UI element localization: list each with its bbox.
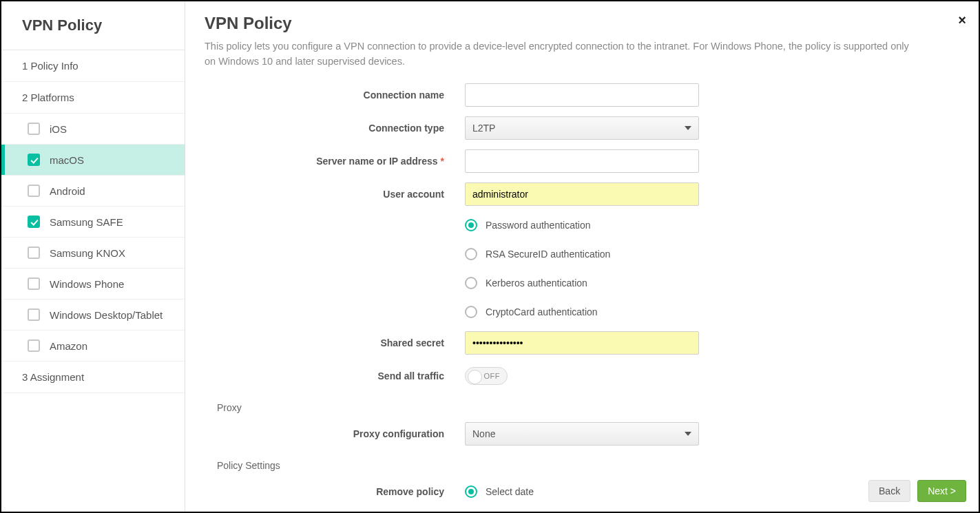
radio-label: CryptoCard authentication [486,306,598,317]
sidebar-label: 2 Platforms [22,92,74,103]
shared-secret-input[interactable] [465,331,699,355]
radio-password-auth[interactable]: Password authentication [465,211,959,240]
sidebar-item-label: iOS [50,123,67,135]
sidebar-label: 3 Assignment [22,371,84,383]
radio-label: Kerberos authentication [486,278,587,289]
sidebar-item-samsung-safe[interactable]: Samsung SAFE [1,207,185,238]
sidebar-item-label: Windows Phone [50,278,124,290]
sidebar-item-label: Amazon [50,340,87,352]
radio-icon [465,248,477,260]
radio-icon [465,277,477,289]
radio-icon [465,219,477,231]
sidebar-item-label: macOS [50,154,84,166]
label-remove-policy: Remove policy [205,486,465,497]
label-connection-type: Connection type [205,123,465,134]
select-value: L2TP [472,123,495,134]
label-proxy-config: Proxy configuration [205,428,465,439]
page-title: VPN Policy [205,14,959,33]
required-asterisk: * [441,156,444,167]
radio-rsa-auth[interactable]: RSA SecureID authentication [465,240,959,269]
label-send-all: Send all traffic [205,370,465,381]
radio-label: Password authentication [486,220,591,231]
toggle-state-label: OFF [484,372,501,380]
form: Connection name Connection type L2TP Ser… [205,78,959,508]
sidebar-section-policy-info[interactable]: 1 Policy Info [1,50,185,82]
sidebar-item-windows-desktop[interactable]: Windows Desktop/Tablet [1,300,185,331]
sidebar-item-label: Windows Desktop/Tablet [50,309,163,321]
label-user-account: User account [205,189,465,200]
radio-label: RSA SecureID authentication [486,249,610,260]
checkbox-icon[interactable] [28,308,40,321]
user-account-input[interactable] [465,182,699,206]
sidebar-item-label: Samsung SAFE [50,216,123,228]
checkbox-icon[interactable] [28,154,40,166]
radio-cryptocard-auth[interactable]: CryptoCard authentication [465,297,959,326]
proxy-config-select[interactable]: None [465,422,699,446]
checkbox-icon[interactable] [28,247,40,259]
checkbox-icon[interactable] [28,216,40,228]
checkbox-icon[interactable] [28,123,40,135]
sidebar-item-macos[interactable]: macOS [1,145,185,176]
radio-kerberos-auth[interactable]: Kerberos authentication [465,269,959,297]
sidebar-section-assignment[interactable]: 3 Assignment [1,362,185,393]
section-policy-settings: Policy Settings [205,450,959,475]
chevron-down-icon [685,126,691,130]
sidebar-label: 1 Policy Info [22,60,79,72]
sidebar-item-ios[interactable]: iOS [1,114,185,145]
label-shared-secret: Shared secret [205,337,465,348]
checkbox-icon[interactable] [28,185,40,197]
sidebar-item-amazon[interactable]: Amazon [1,331,185,362]
page-description: This policy lets you configure a VPN con… [205,39,921,69]
back-button[interactable]: Back [868,480,910,502]
sidebar-item-samsung-knox[interactable]: Samsung KNOX [1,238,185,269]
label-text: Server name or IP address [316,156,437,167]
checkbox-icon[interactable] [28,339,40,352]
footer-buttons: Back Next > [868,480,966,502]
radio-icon [465,485,477,498]
section-proxy: Proxy [205,392,959,417]
next-button[interactable]: Next > [917,480,966,502]
close-icon[interactable]: × [958,12,966,28]
sidebar-section-platforms[interactable]: 2 Platforms [1,82,185,114]
checkbox-icon[interactable] [28,278,40,290]
label-connection-name: Connection name [205,90,465,101]
connection-name-input[interactable] [465,83,699,107]
sidebar-item-label: Samsung KNOX [50,247,125,259]
label-server: Server name or IP address* [205,156,465,167]
main-panel: × VPN Policy This policy lets you config… [185,1,979,512]
radio-icon [465,306,477,318]
select-value: None [472,428,495,439]
connection-type-select[interactable]: L2TP [465,116,699,140]
send-all-toggle[interactable]: OFF [465,367,508,385]
sidebar-title: VPN Policy [1,1,185,50]
sidebar-item-android[interactable]: Android [1,176,185,207]
sidebar: VPN Policy 1 Policy Info 2 Platforms iOS… [1,1,185,512]
chevron-down-icon [685,432,691,436]
server-input[interactable] [465,149,699,173]
sidebar-item-label: Android [50,185,85,197]
sidebar-item-windows-phone[interactable]: Windows Phone [1,269,185,300]
radio-label: Select date [486,486,534,497]
